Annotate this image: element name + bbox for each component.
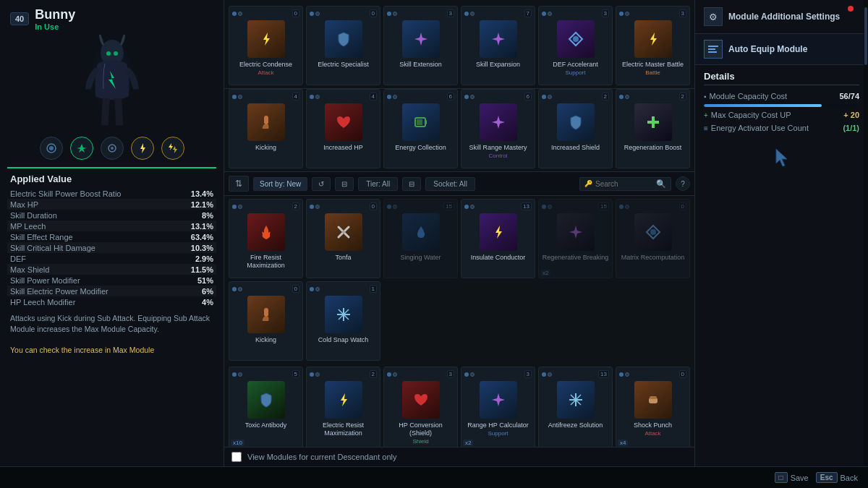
tier-arrow[interactable]: ⊟ bbox=[402, 177, 421, 191]
stats-list: Electric Skill Power Boost Ratio13.4% Ma… bbox=[7, 188, 216, 307]
module-card[interactable]: 6 Energy Collection bbox=[383, 89, 458, 168]
view-modules-checkbox[interactable] bbox=[231, 452, 242, 462]
module-card[interactable]: 0 Shock Punch Attack x4 bbox=[616, 367, 690, 448]
module-card[interactable]: 5 Toxic Antibody x10 bbox=[229, 367, 303, 448]
module-card[interactable]: 7 Skill Expansion bbox=[461, 6, 535, 85]
svg-point-20 bbox=[650, 229, 656, 235]
search-input[interactable] bbox=[595, 180, 653, 188]
module-icon bbox=[557, 381, 595, 419]
module-card[interactable]: 3 HP Conversion (Shield) Shield bbox=[383, 367, 458, 448]
module-name: Singing Water bbox=[400, 254, 441, 262]
module-card[interactable]: 4 Increased HP bbox=[306, 89, 380, 168]
view-modules-label[interactable]: View Modules for current Descendant only bbox=[247, 453, 396, 461]
search-icon[interactable]: 🔍 bbox=[656, 179, 666, 189]
module-icon bbox=[325, 213, 362, 251]
module-name: Skill Range Mastery bbox=[469, 144, 527, 152]
save-button[interactable]: □ Save bbox=[775, 472, 809, 483]
capacity-icon: ▪ bbox=[704, 93, 707, 100]
skill-icon-3[interactable] bbox=[101, 137, 124, 160]
slot-badge: 3 bbox=[679, 9, 686, 17]
help-icon: ? bbox=[681, 180, 685, 188]
slot-badge: 15 bbox=[598, 202, 609, 210]
skill-icon-4[interactable] bbox=[131, 137, 154, 160]
socket-button[interactable]: Socket: All bbox=[425, 177, 475, 191]
module-name: Shock Punch bbox=[634, 421, 672, 429]
module-icon bbox=[480, 103, 517, 141]
module-card[interactable]: 4 Kicking bbox=[229, 89, 303, 168]
capacity-bar bbox=[704, 104, 859, 107]
details-section: Details ▪ Module Capacity Cost 56/74 + M… bbox=[695, 65, 868, 140]
auto-equip-title: Auto Equip Module bbox=[728, 44, 807, 54]
module-icon bbox=[402, 213, 440, 251]
slot-badge: 2 bbox=[679, 93, 686, 100]
module-card[interactable]: 3 Skill Extension bbox=[383, 6, 458, 85]
module-card[interactable]: 2 Fire Resist Maximization bbox=[229, 199, 303, 278]
stat-row: Max Shield11.5% bbox=[7, 264, 216, 275]
module-card[interactable]: 0 Electric Condense Attack bbox=[229, 6, 303, 85]
module-card[interactable]: 13 Antifreeze Solution bbox=[538, 367, 613, 448]
module-card[interactable]: 3 Range HP Calculator Support x2 bbox=[461, 367, 535, 448]
scrollbar-thumb[interactable] bbox=[864, 7, 867, 65]
module-name: Toxic Antibody bbox=[245, 421, 287, 429]
module-card[interactable]: 1 Cold Snap Watch bbox=[306, 281, 380, 361]
right-scrollbar[interactable] bbox=[864, 0, 868, 488]
slot-badge: 3 bbox=[447, 9, 454, 17]
module-name: Regenerative Breaking bbox=[542, 254, 609, 262]
layers-button[interactable]: ⊟ bbox=[335, 177, 354, 191]
cursor-icon bbox=[773, 147, 791, 168]
sort-by-button[interactable]: Sort by: New bbox=[253, 177, 307, 191]
slot-badge: 13 bbox=[598, 370, 609, 378]
slot-badge: 3 bbox=[447, 370, 454, 378]
stat-row: Max HP12.1% bbox=[7, 199, 216, 210]
module-card[interactable]: 2 Electric Resist Maximization bbox=[306, 367, 380, 448]
svg-point-3 bbox=[114, 51, 118, 56]
module-name: DEF Accelerant bbox=[553, 61, 598, 69]
tier-button[interactable]: Tier: All bbox=[358, 177, 398, 191]
module-card[interactable]: 15 Regenerative Breaking x2 bbox=[538, 199, 613, 278]
back-key: Esc bbox=[816, 472, 838, 483]
module-settings-row[interactable]: ⚙ Module Additional Settings bbox=[695, 0, 868, 34]
stat-row: Skill Critical Hit Damage10.3% bbox=[7, 242, 216, 253]
character-image bbox=[0, 31, 224, 132]
module-card[interactable]: 0 Matrix Recomputation bbox=[616, 199, 690, 278]
module-name: Increased HP bbox=[323, 144, 363, 152]
module-card[interactable]: 15 Singing Water bbox=[383, 199, 458, 278]
slot-badge: 2 bbox=[292, 202, 299, 210]
module-icon bbox=[557, 20, 595, 58]
help-button[interactable]: ? bbox=[676, 176, 690, 191]
stat-row: Skill Electric Power Modifier6% bbox=[7, 286, 216, 296]
filter-bar: ⇅ Sort by: New ↺ ⊟ Tier: All ⊟ Socket: A… bbox=[224, 172, 694, 196]
stat-row: DEF2.9% bbox=[7, 253, 216, 264]
module-icon bbox=[325, 103, 362, 141]
refresh-button[interactable]: ↺ bbox=[312, 177, 331, 191]
character-name: Bunny bbox=[35, 7, 75, 22]
slot-badge: 0 bbox=[370, 202, 377, 210]
module-card[interactable]: 2 Regeneration Boost bbox=[616, 89, 690, 168]
module-card[interactable]: 13 Insulate Conductor bbox=[461, 199, 535, 278]
skill-icon-1[interactable] bbox=[40, 137, 63, 160]
module-card[interactable]: 3 Electric Master Battle Battle bbox=[616, 6, 690, 85]
module-card[interactable]: 0 Kicking bbox=[229, 281, 303, 361]
slot-badge: 0 bbox=[370, 9, 377, 17]
module-card[interactable]: 3 DEF Accelerant Support bbox=[538, 6, 613, 85]
character-level: 40 bbox=[10, 12, 29, 25]
auto-equip-row[interactable]: Auto Equip Module bbox=[695, 34, 868, 65]
energy-activator-label: ≡ Energy Activator Use Count bbox=[704, 124, 809, 132]
module-icon bbox=[402, 103, 440, 141]
center-panel: 0 Electric Condense Attack 0 Electric Sp… bbox=[224, 0, 694, 488]
sort-icon: ⇅ bbox=[235, 179, 242, 189]
refresh-icon: ↺ bbox=[318, 180, 324, 188]
skill-icon-5[interactable] bbox=[161, 137, 184, 160]
module-icon bbox=[634, 20, 672, 58]
skill-icon-2[interactable] bbox=[70, 137, 93, 160]
module-icon bbox=[325, 296, 362, 333]
back-button[interactable]: Esc Back bbox=[816, 472, 858, 483]
max-capacity-label: + Max Capacity Cost UP bbox=[704, 111, 791, 119]
filter-sort-button[interactable]: ⇅ bbox=[229, 176, 249, 192]
module-card[interactable]: 0 Tonfa bbox=[306, 199, 380, 278]
module-card[interactable]: 2 Increased Shield bbox=[538, 89, 613, 168]
module-card[interactable]: 0 Electric Specialist bbox=[306, 6, 380, 85]
stat-row: HP Leech Modifier4% bbox=[7, 296, 216, 307]
module-icon bbox=[480, 20, 517, 58]
module-card[interactable]: 6 Skill Range Mastery Control bbox=[461, 89, 535, 168]
